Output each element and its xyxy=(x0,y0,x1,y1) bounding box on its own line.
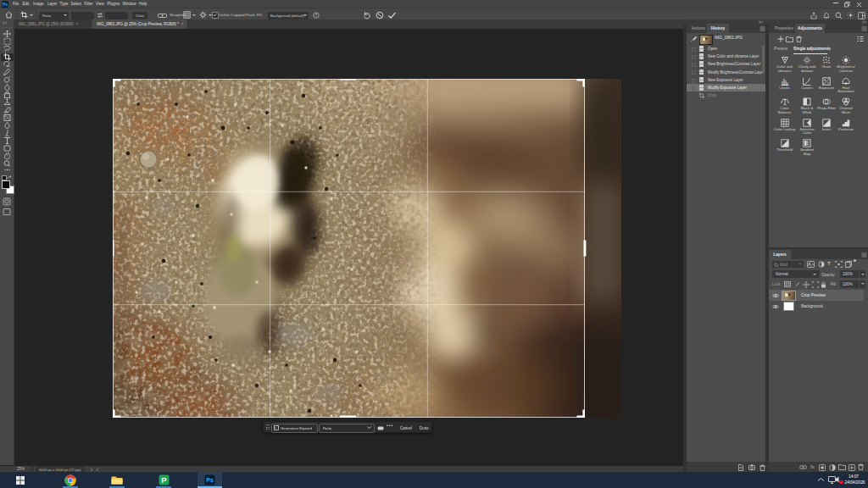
svg-text:?: ? xyxy=(315,12,318,17)
svg-text:Ps: Ps xyxy=(206,477,214,483)
svg-text:P: P xyxy=(161,475,167,485)
